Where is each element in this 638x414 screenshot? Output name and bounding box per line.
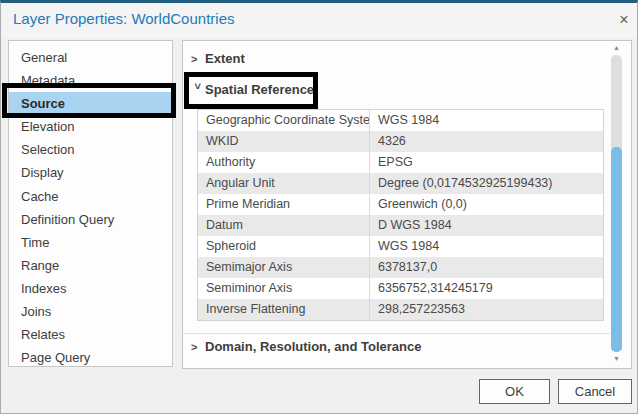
property-name: Prime Meridian [198,194,370,215]
table-row: Inverse Flattening 298,257223563 [198,299,603,320]
table-row: Prime Meridian Greenwich (0,0) [198,194,603,215]
scroll-up-icon[interactable]: ▲ [610,41,623,55]
property-name: Datum [198,215,370,236]
sidebar-item-general[interactable]: General [9,46,172,69]
property-value: Degree (0,0174532925199433) [370,173,603,194]
property-name: Semimajor Axis [198,257,370,278]
scroll-down-icon[interactable]: ▼ [610,352,623,366]
content-panel: >Extent >Spatial Reference Geographic Co… [182,40,632,369]
sidebar-item-metadata[interactable]: Metadata [9,69,172,92]
sidebar-item-selection[interactable]: Selection [9,138,172,161]
sidebar-item-time[interactable]: Time [9,231,172,254]
property-name: Inverse Flattening [198,299,370,320]
dialog-title: Layer Properties: WorldCountries [13,10,234,27]
vertical-scrollbar[interactable]: ▲ ▼ [610,41,623,368]
table-row: Geographic Coordinate System WGS 1984 [198,110,603,131]
sidebar-item-page-query[interactable]: Page Query [9,346,172,369]
ok-button[interactable]: OK [479,379,550,404]
sidebar-item-relates[interactable]: Relates [9,323,172,346]
property-name: Angular Unit [198,173,370,194]
sidebar-item-source[interactable]: Source [9,92,172,115]
property-value: 6356752,314245179 [370,278,603,299]
sidebar-item-elevation[interactable]: Elevation [9,115,172,138]
property-value: D WGS 1984 [370,215,603,236]
property-name: Spheroid [198,236,370,257]
property-value: Greenwich (0,0) [370,194,603,215]
property-name: WKID [198,131,370,152]
sidebar-item-cache[interactable]: Cache [9,185,172,208]
sidebar-item-joins[interactable]: Joins [9,300,172,323]
sidebar-item-definition-query[interactable]: Definition Query [9,208,172,231]
chevron-right-icon: > [191,334,205,360]
property-name: Authority [198,152,370,173]
spatial-reference-table: Geographic Coordinate System WGS 1984 WK… [197,109,604,321]
section-header-spatial-reference[interactable]: >Spatial Reference [183,77,314,103]
property-value: WGS 1984 [370,110,603,131]
sidebar-item-indexes[interactable]: Indexes [9,277,172,300]
property-value: EPSG [370,152,603,173]
table-row: Datum D WGS 1984 [198,215,603,236]
close-icon[interactable]: × [614,10,634,30]
table-row: Semimajor Axis 6378137,0 [198,257,603,278]
section-label: Extent [205,51,245,66]
section-label: Spatial Reference [205,82,314,97]
section-header-domain-resolution-tolerance[interactable]: >Domain, Resolution, and Tolerance [183,333,610,359]
chevron-right-icon: > [191,46,205,72]
property-value: 298,257223563 [370,299,603,320]
title-bar: Layer Properties: WorldCountries × [1,3,637,38]
property-value: WGS 1984 [370,236,603,257]
layer-properties-dialog: Layer Properties: WorldCountries × Gener… [0,0,638,414]
property-value: 4326 [370,131,603,152]
property-name: Geographic Coordinate System [198,110,370,131]
section-header-extent[interactable]: >Extent [183,46,245,72]
property-value: 6378137,0 [370,257,603,278]
sidebar: General Metadata Source Elevation Select… [8,40,173,367]
table-row: WKID 4326 [198,131,603,152]
property-name: Semiminor Axis [198,278,370,299]
chevron-down-icon: > [185,83,211,97]
cancel-button[interactable]: Cancel [558,379,632,404]
sidebar-item-display[interactable]: Display [9,161,172,184]
table-row: Semiminor Axis 6356752,314245179 [198,278,603,299]
table-row: Authority EPSG [198,152,603,173]
section-label: Domain, Resolution, and Tolerance [205,339,421,354]
scrollbar-thumb[interactable] [611,147,622,352]
sidebar-item-range[interactable]: Range [9,254,172,277]
table-row: Angular Unit Degree (0,0174532925199433) [198,173,603,194]
table-row: Spheroid WGS 1984 [198,236,603,257]
